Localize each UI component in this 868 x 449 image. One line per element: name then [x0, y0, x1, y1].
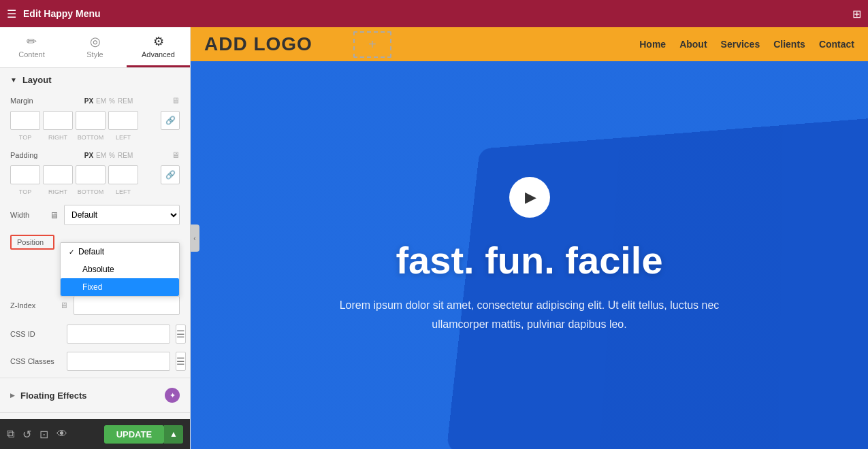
- margin-bottom-input[interactable]: [76, 111, 106, 130]
- position-label: Position: [10, 235, 54, 250]
- margin-label: Margin: [10, 97, 51, 105]
- margin-unit-em[interactable]: EM: [96, 97, 106, 105]
- top-bar: ☰ Edit Happy Menu ⊞: [0, 0, 868, 27]
- nav-link-services[interactable]: Services: [721, 39, 760, 50]
- update-button-group: UPDATE ▲: [104, 425, 183, 444]
- width-select[interactable]: Default Full Width Inline Custom: [64, 205, 180, 225]
- margin-unit-rem[interactable]: REM: [118, 97, 133, 105]
- check-icon: ✓: [69, 248, 74, 256]
- padding-top-input[interactable]: [10, 165, 40, 184]
- hamburger-icon[interactable]: ☰: [7, 7, 16, 20]
- css-id-row: CSS ID ☰: [0, 320, 190, 348]
- padding-right-input[interactable]: [43, 165, 73, 184]
- padding-unit-percent[interactable]: %: [109, 152, 115, 159]
- play-button[interactable]: ▶: [509, 177, 550, 218]
- css-id-list-button[interactable]: ☰: [176, 325, 186, 344]
- width-row: Width 🖥 Default Full Width Inline Custom: [0, 201, 190, 229]
- padding-input-labels: TOP RIGHT BOTTOM LEFT: [0, 188, 190, 201]
- position-dropdown[interactable]: ✓ Default Absolute Fixed: [60, 242, 180, 297]
- padding-inputs: 🔗: [0, 164, 190, 188]
- floating-effects-badge: ✦: [165, 388, 180, 403]
- hero-area: ▶ fast. fun. facile Lorem ipsum dolor si…: [191, 61, 868, 449]
- right-content: ADD LOGO + Home About Services Clients C…: [191, 27, 868, 449]
- hero-title: fast. fun. facile: [339, 238, 720, 282]
- tab-style-label: Style: [86, 50, 103, 59]
- width-label: Width: [10, 211, 44, 219]
- margin-left-label: LEFT: [108, 134, 138, 141]
- margin-right-input[interactable]: [43, 111, 73, 130]
- position-absolute-label: Absolute: [82, 265, 114, 274]
- margin-link-button[interactable]: 🔗: [161, 111, 180, 130]
- padding-left-label: LEFT: [108, 188, 138, 195]
- padding-row: Padding PX EM % REM 🖥: [0, 146, 190, 164]
- padding-link-button[interactable]: 🔗: [161, 165, 180, 184]
- css-classes-label: CSS Classes: [10, 357, 61, 365]
- bottom-bar: ⧉ ↺ ⊡ 👁 UPDATE ▲: [0, 419, 190, 449]
- hero-subtitle: Lorem ipsum dolor sit amet, consectetur …: [339, 296, 720, 333]
- position-default-label: Default: [78, 247, 104, 256]
- tab-advanced-label: Advanced: [142, 50, 175, 59]
- padding-bottom-input[interactable]: [76, 165, 106, 184]
- position-option-fixed[interactable]: Fixed: [61, 278, 179, 296]
- margin-right-label: RIGHT: [43, 134, 73, 141]
- update-button[interactable]: UPDATE: [104, 425, 164, 444]
- navbar: ADD LOGO + Home About Services Clients C…: [191, 27, 868, 61]
- padding-unit-em[interactable]: EM: [96, 152, 106, 159]
- margin-left-input[interactable]: [108, 111, 138, 130]
- nav-add-icon: +: [368, 37, 376, 52]
- layout-chevron-icon: ▼: [10, 76, 17, 84]
- nav-link-contact[interactable]: Contact: [819, 39, 854, 50]
- padding-left-input[interactable]: [108, 165, 138, 184]
- css-classes-input[interactable]: [67, 352, 170, 371]
- nav-link-about[interactable]: About: [679, 39, 707, 50]
- nav-logo: ADD LOGO: [204, 33, 312, 55]
- responsive-icon[interactable]: ⊡: [39, 428, 48, 441]
- zindex-responsive-icon: 🖥: [60, 301, 68, 310]
- layout-section-header[interactable]: ▼ Layout: [0, 68, 190, 92]
- position-fixed-label: Fixed: [82, 282, 102, 292]
- width-responsive-icon: 🖥: [50, 210, 59, 220]
- grid-icon[interactable]: ⊞: [852, 7, 861, 20]
- floating-effects-section[interactable]: ▶ Floating Effects ✦: [0, 381, 190, 410]
- position-option-default[interactable]: ✓ Default: [61, 243, 179, 261]
- tab-content-label: Content: [18, 50, 45, 59]
- css-id-input[interactable]: [67, 325, 170, 344]
- padding-unit-px[interactable]: PX: [84, 152, 93, 159]
- sidebar-toggle[interactable]: ‹: [190, 224, 199, 252]
- zindex-label: Z-Index: [10, 301, 54, 310]
- padding-responsive-icon: 🖥: [172, 150, 180, 160]
- padding-right-label: RIGHT: [43, 188, 73, 195]
- page-title: Edit Happy Menu: [23, 8, 101, 19]
- zindex-input[interactable]: [74, 296, 180, 315]
- undo-icon[interactable]: ↺: [22, 428, 31, 441]
- floating-effects-badge-icon: ✦: [170, 391, 176, 400]
- panel-content: ▼ Layout Margin PX EM % REM 🖥 🔗: [0, 68, 190, 419]
- position-option-absolute[interactable]: Absolute: [61, 261, 179, 278]
- nav-add-button[interactable]: +: [353, 31, 391, 58]
- main-layout: ✏ Content ◎ Style ⚙ Advanced ▼ Layout Ma…: [0, 27, 868, 449]
- update-dropdown-arrow[interactable]: ▲: [164, 425, 183, 444]
- eye-icon[interactable]: 👁: [57, 428, 67, 440]
- tab-style[interactable]: ◎ Style: [63, 27, 127, 67]
- advanced-tab-icon: ⚙: [153, 34, 164, 49]
- padding-label: Padding: [10, 151, 51, 159]
- margin-input-labels: TOP RIGHT BOTTOM LEFT: [0, 134, 190, 146]
- nav-link-clients[interactable]: Clients: [773, 39, 805, 50]
- tab-content[interactable]: ✏ Content: [0, 27, 63, 67]
- hero-content: ▶ fast. fun. facile Lorem ipsum dolor si…: [339, 177, 720, 333]
- margin-units: PX EM % REM: [84, 97, 133, 105]
- css-classes-list-button[interactable]: ☰: [176, 352, 186, 371]
- margin-unit-percent[interactable]: %: [109, 97, 115, 105]
- divider-2: [0, 412, 190, 413]
- margin-inputs: 🔗: [0, 110, 190, 134]
- margin-bottom-label: BOTTOM: [76, 134, 106, 141]
- layout-section-label: Layout: [22, 75, 52, 85]
- play-icon: ▶: [525, 188, 536, 206]
- margin-top-input[interactable]: [10, 111, 40, 130]
- nav-link-home[interactable]: Home: [639, 39, 666, 50]
- padding-units: PX EM % REM: [84, 152, 133, 159]
- margin-unit-px[interactable]: PX: [84, 97, 93, 105]
- layers-icon[interactable]: ⧉: [7, 428, 14, 440]
- padding-unit-rem[interactable]: REM: [118, 152, 133, 159]
- tab-advanced[interactable]: ⚙ Advanced: [127, 27, 190, 67]
